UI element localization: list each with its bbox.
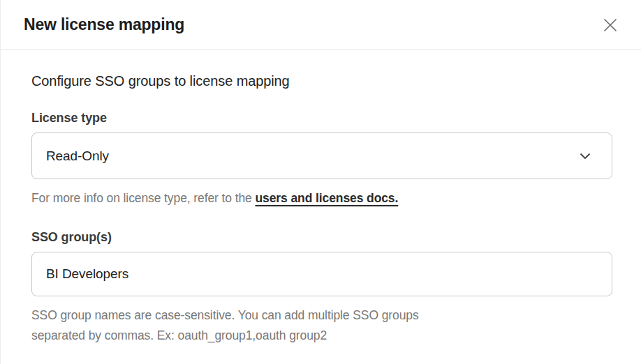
sso-groups-input[interactable] bbox=[31, 252, 612, 296]
sso-groups-helper-line1: SSO group names are case-sensitive. You … bbox=[31, 305, 612, 326]
section-heading: Configure SSO groups to license mapping bbox=[31, 73, 612, 89]
new-license-mapping-dialog: New license mapping Configure SSO groups… bbox=[0, 0, 641, 364]
dialog-title: New license mapping bbox=[24, 15, 184, 34]
sso-groups-helper-line2: separated by commas. Ex: oauth_group1,oa… bbox=[31, 326, 612, 346]
close-icon bbox=[601, 16, 619, 34]
license-type-selected-value: Read-Only bbox=[46, 149, 109, 164]
dialog-body: Configure SSO groups to license mapping … bbox=[1, 50, 641, 346]
sso-groups-field-group: SSO group(s) SSO group names are case-se… bbox=[31, 230, 612, 346]
license-type-select[interactable]: Read-Only bbox=[31, 132, 612, 179]
sso-groups-label: SSO group(s) bbox=[31, 230, 612, 245]
license-type-field-group: License type Read-Only For more info on … bbox=[31, 111, 612, 208]
chevron-down-icon bbox=[580, 153, 591, 160]
license-type-label: License type bbox=[31, 111, 612, 126]
close-button[interactable] bbox=[599, 14, 621, 36]
license-type-helper-prefix: For more info on license type, refer to … bbox=[31, 191, 255, 205]
users-and-licenses-docs-link[interactable]: users and licenses docs. bbox=[255, 191, 398, 205]
dialog-header: New license mapping bbox=[1, 0, 641, 50]
license-type-helper-text: For more info on license type, refer to … bbox=[31, 188, 612, 208]
sso-groups-helper-text: SSO group names are case-sensitive. You … bbox=[31, 305, 612, 346]
